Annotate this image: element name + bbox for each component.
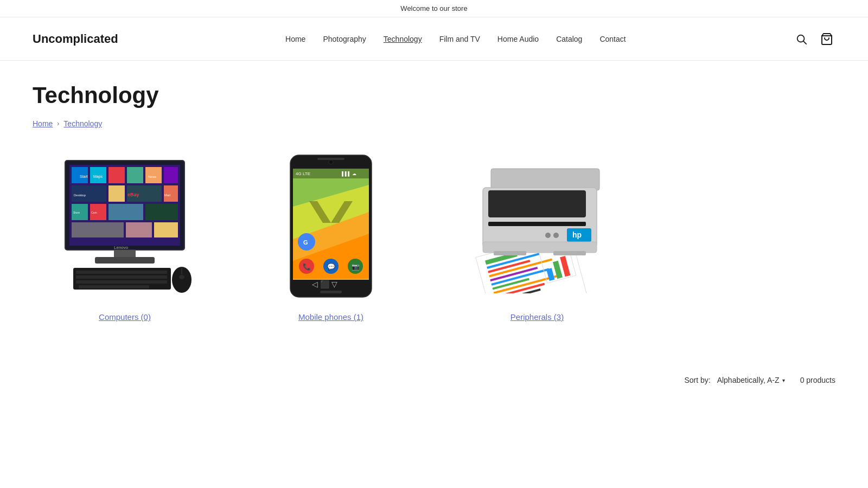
sort-label: Sort by: — [684, 376, 710, 384]
nav-item-photography[interactable]: Photography — [323, 35, 366, 43]
svg-line-1 — [803, 41, 806, 44]
svg-text:Store: Store — [73, 211, 80, 214]
svg-rect-37 — [79, 285, 149, 288]
breadcrumb-current[interactable]: Technology — [63, 119, 102, 128]
svg-text:▌▌▌ ☁: ▌▌▌ ☁ — [342, 171, 356, 177]
svg-rect-21 — [154, 222, 178, 237]
svg-rect-34 — [76, 271, 167, 274]
svg-rect-85 — [488, 222, 586, 226]
main-nav: Home Photography Technology Film and TV … — [118, 35, 793, 43]
svg-rect-35 — [76, 275, 167, 279]
nav-item-contact[interactable]: Contact — [599, 35, 626, 43]
svg-text:📷: 📷 — [352, 262, 360, 271]
svg-text:Mail: Mail — [164, 194, 170, 197]
nav-item-home-audio[interactable]: Home Audio — [497, 35, 539, 43]
printer-illustration: hp — [458, 158, 616, 293]
cart-icon — [820, 33, 833, 46]
product-link-peripherals[interactable]: Peripherals (3) — [510, 312, 564, 322]
nav-item-technology[interactable]: Technology — [384, 35, 422, 43]
product-image-phones: G 📞 💬 📷 ◁ ⬛ ▽ ▌▌▌ ☁ 4G LTE — [239, 150, 423, 301]
svg-text:Start: Start — [80, 175, 88, 178]
page-title: Technology — [33, 82, 835, 108]
product-image-peripherals: hp — [445, 150, 629, 301]
products-count: 0 products — [800, 376, 835, 384]
svg-point-40 — [179, 275, 184, 279]
svg-text:Cam: Cam — [91, 211, 97, 214]
svg-text:hp: hp — [572, 230, 582, 239]
svg-point-64 — [329, 160, 333, 164]
svg-rect-19 — [72, 222, 124, 237]
product-image-computers: Start Maps News Desktop Mail Store Cam e… — [33, 150, 217, 301]
top-banner: Welcome to our store — [0, 0, 868, 17]
svg-rect-66 — [317, 158, 344, 160]
svg-point-89 — [553, 233, 559, 238]
breadcrumb-separator: › — [57, 120, 59, 127]
svg-rect-17 — [108, 204, 143, 220]
svg-rect-65 — [320, 291, 342, 293]
svg-text:Desktop: Desktop — [74, 194, 86, 197]
svg-rect-36 — [76, 280, 167, 284]
sort-bar: Sort by: Alphabetically, A-Z Alphabetica… — [0, 365, 868, 395]
nav-item-home[interactable]: Home — [285, 35, 305, 43]
svg-rect-10 — [164, 167, 178, 183]
breadcrumb: Home › Technology — [33, 119, 835, 128]
svg-rect-91 — [494, 251, 526, 255]
product-card-computers[interactable]: Start Maps News Desktop Mail Store Cam e… — [33, 150, 217, 322]
svg-text:G: G — [303, 239, 308, 246]
product-link-computers[interactable]: Computers (0) — [99, 312, 151, 322]
search-button[interactable] — [793, 31, 809, 47]
svg-point-88 — [545, 233, 551, 238]
svg-rect-84 — [488, 190, 586, 217]
svg-text:◁ ⬛ ▽: ◁ ⬛ ▽ — [312, 280, 337, 289]
svg-rect-32 — [95, 257, 155, 264]
header: Uncomplicated Home Photography Technolog… — [0, 17, 868, 61]
main-content: Technology Home › Technology — [0, 61, 868, 343]
product-card-peripherals[interactable]: hp Peripherals (3) — [445, 150, 629, 322]
svg-rect-18 — [145, 204, 178, 220]
product-card-phones[interactable]: G 📞 💬 📷 ◁ ⬛ ▽ ▌▌▌ ☁ 4G LTE — [239, 150, 423, 322]
svg-rect-92 — [553, 251, 586, 255]
logo[interactable]: Uncomplicated — [33, 32, 118, 46]
sort-select[interactable]: Alphabetically, A-Z Alphabetically, Z-A … — [717, 376, 780, 384]
svg-text:Lenovo: Lenovo — [114, 245, 129, 250]
product-link-phones[interactable]: Mobile phones (1) — [298, 312, 363, 322]
nav-item-catalog[interactable]: Catalog — [556, 35, 582, 43]
product-grid: Start Maps News Desktop Mail Store Cam e… — [33, 150, 629, 322]
header-actions — [793, 30, 835, 48]
sort-select-wrapper[interactable]: Alphabetically, A-Z Alphabetically, Z-A … — [717, 376, 785, 384]
svg-rect-12 — [108, 185, 125, 202]
svg-rect-31 — [114, 250, 136, 258]
svg-text:eBay: eBay — [127, 192, 139, 197]
svg-text:News: News — [148, 175, 156, 178]
chevron-down-icon: ▾ — [782, 377, 785, 383]
svg-text:Maps: Maps — [93, 175, 103, 179]
svg-text:💬: 💬 — [327, 262, 335, 271]
svg-rect-8 — [127, 167, 143, 183]
svg-rect-82 — [491, 169, 599, 190]
svg-rect-7 — [108, 167, 125, 183]
svg-rect-20 — [126, 222, 152, 237]
nav-item-film-and-tv[interactable]: Film and TV — [439, 35, 480, 43]
svg-text:4G LTE: 4G LTE — [296, 171, 310, 176]
svg-text:📞: 📞 — [303, 262, 311, 271]
banner-text: Welcome to our store — [400, 4, 467, 12]
computer-illustration: Start Maps News Desktop Mail Store Cam e… — [49, 155, 201, 296]
search-icon — [795, 33, 807, 45]
phone-illustration: G 📞 💬 📷 ◁ ⬛ ▽ ▌▌▌ ☁ 4G LTE — [282, 152, 380, 299]
cart-button[interactable] — [818, 30, 835, 48]
breadcrumb-home[interactable]: Home — [33, 119, 53, 128]
